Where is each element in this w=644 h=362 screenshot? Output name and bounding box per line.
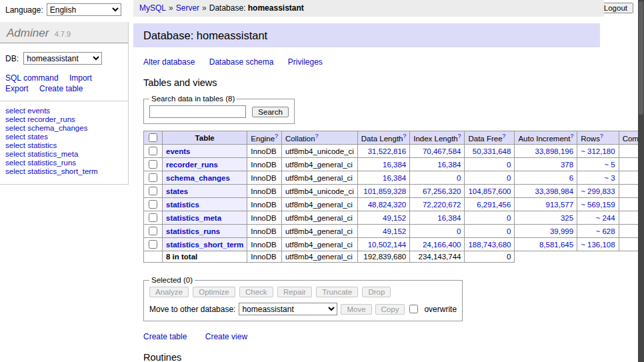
table-name-link[interactable]: states [166, 187, 188, 195]
data-length-link[interactable]: 49,152 [383, 214, 406, 222]
sidebar-link-export[interactable]: Export [5, 84, 29, 93]
auto-increment-link[interactable]: 8,581,645 [539, 241, 573, 249]
data-length-link[interactable]: 10,502,144 [368, 241, 407, 249]
rows-count-link[interactable]: ~ 136,108 [581, 241, 615, 249]
index-length-link[interactable]: 0 [457, 174, 461, 182]
row-checkbox[interactable] [149, 240, 157, 249]
auto-increment-link[interactable]: 39,999 [550, 227, 573, 235]
alter-database-link[interactable]: Alter database [143, 57, 195, 67]
rows-count-link[interactable]: ~ 569,159 [581, 201, 615, 209]
table-name-link[interactable]: statistics_short_term [166, 241, 243, 249]
help-link[interactable]: ? [403, 133, 406, 139]
move-db-select[interactable]: homeassistant [239, 303, 337, 315]
table-name-link[interactable]: statistics [166, 201, 199, 209]
rows-count-link[interactable]: ~ 5 [604, 161, 615, 169]
language-select[interactable]: English [47, 3, 121, 16]
index-length-link[interactable]: 24,166,400 [423, 241, 461, 249]
row-checkbox[interactable] [149, 173, 157, 182]
sidebar-item-select-statistics-meta[interactable]: select statistics_meta [5, 150, 123, 159]
data-free-link[interactable]: 104,857,600 [468, 187, 511, 195]
data-length-link[interactable]: 49,152 [383, 227, 406, 235]
optimize-button[interactable]: Optimize [193, 287, 235, 297]
help-link[interactable]: ? [458, 133, 461, 139]
sidebar-item-select-states[interactable]: select states [5, 133, 123, 141]
auto-increment-link[interactable]: 6 [569, 174, 573, 182]
auto-increment-link[interactable]: 378 [561, 161, 573, 169]
privileges-link[interactable]: Privileges [288, 57, 323, 67]
select-all-checkbox[interactable] [149, 133, 157, 142]
sidebar-link-import[interactable]: Import [69, 73, 92, 83]
table-name-link[interactable]: recorder_runs [166, 161, 218, 169]
repair-button[interactable]: Repair [277, 287, 312, 297]
sidebar-item-select-schema-changes[interactable]: select schema_changes [5, 124, 123, 133]
data-length-link[interactable]: 101,859,328 [363, 187, 406, 195]
sidebar-item-select-events[interactable]: select events [5, 107, 123, 115]
data-free-link[interactable]: 188,743,680 [468, 241, 511, 249]
rows-count-link[interactable]: ~ 312,180 [581, 147, 615, 155]
sidebar-item-select-statistics[interactable]: select statistics [5, 141, 123, 150]
adminer-logo[interactable]: Adminer [7, 27, 49, 39]
auto-increment-link[interactable]: 325 [561, 214, 573, 222]
table-name-link[interactable]: statistics_runs [166, 227, 220, 235]
rows-count-link[interactable]: ~ 628 [596, 227, 615, 235]
truncate-button[interactable]: Truncate [316, 287, 358, 297]
index-length-link[interactable]: 16,384 [437, 214, 461, 222]
create-table-link[interactable]: Create table [143, 332, 187, 341]
sidebar-item-select-statistics-runs[interactable]: select statistics_runs [5, 159, 123, 167]
help-link[interactable]: ? [503, 133, 506, 139]
analyze-button[interactable]: Analyze [149, 287, 189, 297]
help-link[interactable]: ? [275, 133, 278, 139]
auto-increment-link[interactable]: 33,898,196 [535, 147, 574, 155]
auto-increment-link[interactable]: 33,398,984 [535, 187, 574, 195]
help-link[interactable]: ? [570, 133, 573, 139]
index-length-link[interactable]: 16,384 [437, 161, 461, 169]
data-free-link[interactable]: 0 [507, 161, 511, 169]
breadcrumb-server-link[interactable]: Server [176, 3, 199, 13]
data-free-link[interactable]: 6,291,456 [477, 201, 511, 209]
row-checkbox[interactable] [149, 160, 157, 169]
help-link[interactable]: ? [600, 133, 603, 139]
data-length-link[interactable]: 31,522,816 [368, 147, 407, 155]
row-checkbox[interactable] [149, 147, 157, 155]
rows-count-link[interactable]: ~ 244 [596, 214, 615, 222]
sidebar-item-select-recorder-runs[interactable]: select recorder_runs [5, 115, 123, 124]
table-name-link[interactable]: schema_changes [166, 174, 230, 182]
data-length-link[interactable]: 16,384 [383, 174, 406, 182]
sidebar-link-sql-command[interactable]: SQL command [5, 73, 59, 83]
auto-increment-link[interactable]: 913,577 [546, 201, 574, 209]
database-schema-link[interactable]: Database schema [209, 57, 274, 67]
index-length-link[interactable]: 0 [457, 227, 461, 235]
index-length-link[interactable]: 72,220,672 [423, 201, 461, 209]
sidebar-link-create-table[interactable]: Create table [39, 84, 83, 93]
rows-count-link[interactable]: ~ 3 [604, 174, 615, 182]
copy-button[interactable]: Copy [375, 304, 405, 315]
create-view-link[interactable]: Create view [205, 332, 247, 341]
rows-count-link[interactable]: ~ 299,833 [581, 187, 615, 195]
row-checkbox[interactable] [149, 213, 157, 222]
data-free-link[interactable]: 0 [507, 214, 511, 222]
help-link[interactable]: ? [315, 133, 319, 139]
table-name-link[interactable]: events [166, 147, 190, 155]
data-free-link[interactable]: 0 [507, 227, 511, 235]
row-checkbox[interactable] [149, 227, 157, 235]
data-free-link[interactable]: 50,331,648 [473, 147, 511, 155]
sidebar-item-select-statistics-short-term[interactable]: select statistics_short_term [5, 167, 123, 176]
index-length-link[interactable]: 67,256,320 [423, 187, 461, 195]
row-checkbox[interactable] [149, 200, 157, 209]
scrollbar[interactable] [638, 0, 644, 362]
check-button[interactable]: Check [239, 287, 273, 297]
data-length-link[interactable]: 48,824,320 [368, 201, 407, 209]
overwrite-checkbox[interactable] [409, 305, 418, 313]
db-select[interactable]: homeassistant [23, 52, 102, 65]
table-name-link[interactable]: statistics_meta [166, 214, 221, 222]
breadcrumb-mysql-link[interactable]: MySQL [139, 3, 166, 13]
row-checkbox[interactable] [149, 187, 157, 195]
data-length-link[interactable]: 16,384 [383, 161, 406, 169]
move-button[interactable]: Move [341, 304, 371, 315]
search-button[interactable]: Search [252, 107, 288, 117]
data-free-link[interactable]: 0 [507, 174, 511, 182]
drop-button[interactable]: Drop [362, 287, 391, 297]
scrollbar-thumb[interactable] [639, 1, 643, 115]
index-length-link[interactable]: 70,467,584 [423, 147, 461, 155]
search-input[interactable] [149, 105, 246, 118]
